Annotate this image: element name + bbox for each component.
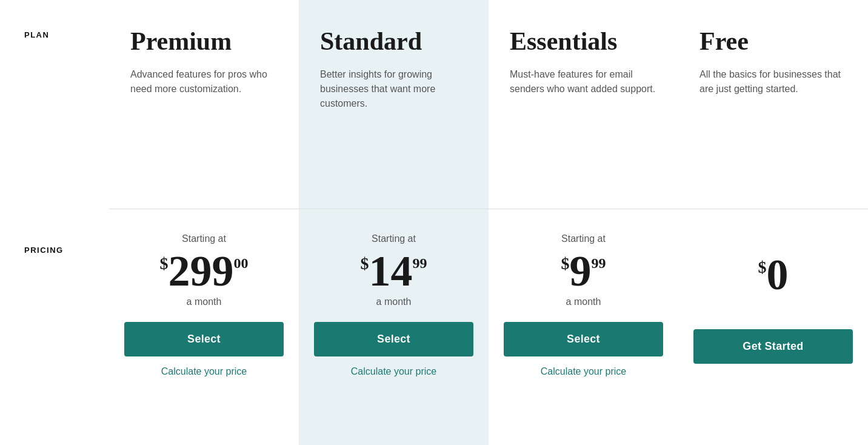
standard-select-button[interactable]: Select	[314, 322, 473, 356]
premium-header: Premium Advanced features for pros who n…	[109, 0, 299, 209]
essentials-name: Essentials	[510, 27, 657, 55]
premium-pricing: Starting at $ 299 00 a month Select Calc…	[109, 209, 299, 445]
standard-starting-at: Starting at	[372, 233, 416, 244]
essentials-header: Essentials Must-have features for email …	[489, 0, 678, 209]
free-header: Free All the basics for businesses that …	[678, 0, 868, 209]
pricing-table: PLAN Premium Advanced features for pros …	[0, 0, 868, 445]
premium-desc: Advanced features for pros who need more…	[130, 67, 278, 140]
standard-header: Standard Better insights for growing bus…	[299, 0, 489, 209]
plan-label-cell: PLAN	[0, 0, 109, 209]
standard-price-main: 14	[369, 249, 413, 293]
standard-desc: Better insights for growing businesses t…	[320, 67, 467, 140]
premium-select-button[interactable]: Select	[124, 322, 284, 356]
premium-price-main: 299	[169, 249, 234, 293]
essentials-period: a month	[566, 296, 601, 307]
premium-currency: $	[160, 254, 169, 273]
premium-period: a month	[187, 296, 222, 307]
essentials-desc: Must-have features for email senders who…	[510, 67, 657, 140]
essentials-price-cents: 99	[592, 255, 606, 272]
free-desc: All the basics for businesses that are j…	[699, 67, 847, 140]
plan-label: PLAN	[24, 30, 49, 39]
free-name: Free	[699, 27, 847, 55]
essentials-currency: $	[561, 254, 570, 273]
standard-period: a month	[376, 296, 412, 307]
free-get-started-button[interactable]: Get Started	[693, 329, 853, 364]
free-pricing: $ 0 Get Started	[678, 209, 868, 445]
essentials-starting-at: Starting at	[561, 233, 606, 244]
essentials-price-main: 9	[570, 249, 592, 293]
essentials-calc-link[interactable]: Calculate your price	[541, 366, 626, 377]
premium-starting-at: Starting at	[182, 233, 226, 244]
standard-price-cents: 99	[413, 255, 427, 272]
standard-currency: $	[361, 254, 369, 273]
premium-price-cents: 00	[234, 255, 249, 272]
pricing-label: PRICING	[24, 246, 64, 255]
pricing-label-cell: PRICING	[0, 209, 109, 445]
essentials-pricing: Starting at $ 9 99 a month Select Calcul…	[489, 209, 678, 445]
standard-pricing: Starting at $ 14 99 a month Select Calcu…	[299, 209, 489, 445]
free-price-main: 0	[767, 253, 789, 296]
premium-price-display: $ 299 00	[160, 249, 249, 293]
essentials-price-display: $ 9 99	[561, 249, 606, 293]
standard-calc-link[interactable]: Calculate your price	[351, 366, 436, 377]
premium-name: Premium	[130, 27, 278, 55]
premium-calc-link[interactable]: Calculate your price	[161, 366, 247, 377]
free-price-display: $ 0	[758, 253, 789, 296]
free-currency: $	[758, 258, 767, 277]
essentials-select-button[interactable]: Select	[504, 322, 663, 356]
standard-price-display: $ 14 99	[361, 249, 427, 293]
standard-name: Standard	[320, 27, 467, 55]
